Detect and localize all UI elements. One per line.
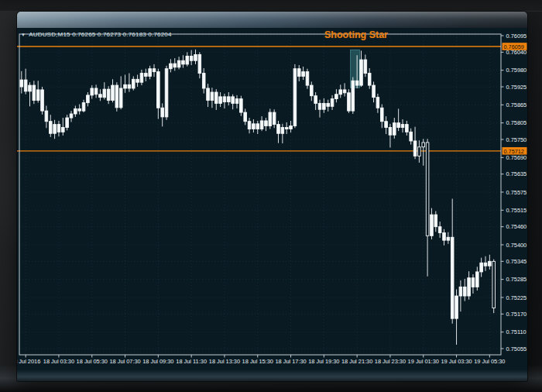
price-axis-label: 0.75345 [506,258,527,265]
chart-area: 0.760950.760400.759800.759250.758650.758… [17,28,527,381]
candle-body [115,85,118,108]
candle-body [29,85,32,91]
candle-body [82,103,85,111]
candle-body [463,287,466,296]
price-axis-label: 0.75170 [506,311,527,318]
candle-body [492,261,496,308]
time-axis-label: 18 Jul 23:30 [375,358,406,365]
candle-body [310,85,314,96]
candle-body [306,72,309,85]
price-axis-label: 0.75575 [506,189,527,196]
candle-body [157,72,160,108]
price-axis-label: 0.75055 [506,346,527,352]
candle-body [124,84,127,88]
candle-body [24,80,27,91]
price-chart[interactable]: 0.760950.760400.759800.759250.758650.758… [17,28,527,381]
price-axis-label: 0.75635 [506,170,527,177]
time-axis-label: 18 Jul 17:30 [275,358,306,365]
candle-body [401,125,404,128]
time-axis-label: 18 Jul 13:30 [209,358,240,365]
time-axis-label: 18 Jul 03:30 [43,358,74,365]
candle-body [331,99,334,107]
price-axis-label: 0.75460 [506,223,527,230]
candle-body [177,60,180,67]
candle-body [136,79,139,82]
price-level-tag-label: 0.76059 [504,43,524,50]
candle-body [269,112,272,126]
candle-body [194,54,197,60]
candle-body [62,127,65,132]
candle-body [186,56,189,64]
candle-body [438,227,441,233]
candle-body [94,88,98,95]
candle-body [161,108,164,117]
time-axis-label: 18 Jul 11:30 [176,358,207,365]
price-axis-label: 0.75750 [506,136,527,143]
candle-body [343,90,346,93]
candle-body [78,108,81,111]
time-axis-label: 18 Jul 07:30 [109,358,140,365]
candle-body [153,69,156,72]
candle-body [368,74,371,86]
price-axis-label: 0.75925 [506,84,527,91]
background-top-band [0,0,542,12]
candle-body [87,95,90,103]
candle-body [223,97,226,102]
candle-body [406,125,409,132]
candle-body [198,54,201,73]
price-axis-label: 0.75805 [506,119,527,126]
candle-body [256,124,259,129]
candle-body [182,60,185,64]
candle-body [459,287,462,296]
candle-body [443,232,446,240]
candle-body [314,96,317,104]
symbol-dropdown-icon[interactable]: ▼ [21,33,26,37]
time-axis-label: 18 Jul 21:30 [341,358,372,365]
candle-body [128,84,131,88]
candle-body [451,237,454,318]
shooting-star-label[interactable]: Shooting Star [302,29,410,40]
time-axis-label: 18 Jul 15:30 [242,358,273,365]
candle-body [290,126,293,129]
candle-body [74,108,77,114]
candle-body [393,123,396,136]
price-axis-label: 0.75980 [506,67,527,74]
candle-body [380,108,383,121]
candle-body [426,143,429,236]
candle-body [413,141,417,156]
candle-body [348,93,351,111]
candle-body [364,60,367,73]
candle-body [389,127,392,135]
candle-body [20,80,23,87]
candle-body [476,272,479,287]
candle-body [327,103,330,106]
candle-body [355,81,358,85]
candle-body [132,79,135,88]
candle-body [302,72,305,77]
symbol-info: ▼ AUDUSD,M15 0.76265 0.76273 0.76183 0.7… [21,31,172,38]
price-axis-label: 0.75515 [506,207,527,214]
candle-body [140,74,143,83]
candle-body [91,88,94,95]
candle-body [53,125,57,134]
candle-body [431,215,434,236]
candle-body [273,112,276,125]
candle-body [281,127,284,133]
price-axis-label: 0.75400 [506,242,527,249]
candle-body [352,81,355,111]
candle-body [235,99,238,104]
time-axis-label: 19 Jul 01:30 [408,358,439,365]
symbol-ohlc-text: AUDUSD,M15 0.76265 0.76273 0.76183 0.762… [29,31,172,38]
time-axis-label: 18 Jul 2016 [17,358,40,365]
candle-body [33,85,36,100]
candle-body [228,97,231,102]
price-level-tag-label: 0.75712 [504,148,524,155]
time-axis-label: 18 Jul 19:30 [308,358,339,365]
candle-body [232,97,235,104]
candle-body [455,296,458,318]
candle-body [240,99,243,112]
window-title-bar[interactable] [17,12,527,29]
candle-body [190,56,193,60]
candle-body [41,90,44,111]
candle-body [99,95,102,98]
